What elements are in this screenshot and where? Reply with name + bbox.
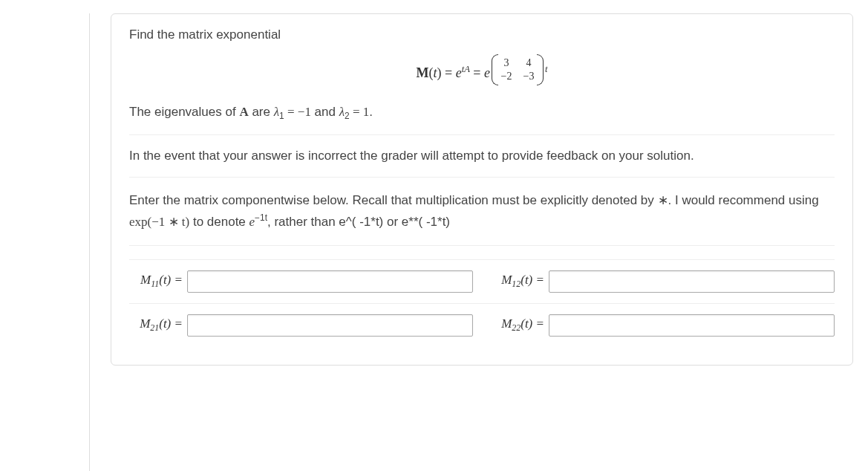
lambda2-sub: 2 <box>345 111 350 121</box>
lambda-1: λ <box>274 105 279 119</box>
A-symbol: A <box>239 105 248 119</box>
e-1: e <box>456 65 462 80</box>
lambda1-sub: 1 <box>279 111 284 121</box>
m12-input[interactable] <box>549 270 835 293</box>
instr-p2: to denote <box>189 214 249 228</box>
exp-expr: exp(−1 ∗ t) <box>129 214 189 228</box>
m11-M: M <box>140 273 151 287</box>
m21-input[interactable] <box>187 314 473 337</box>
m12-eq: = <box>532 273 544 287</box>
post-t: t <box>545 64 548 74</box>
m22-eq: = <box>532 316 544 331</box>
lambda-2: λ <box>339 105 345 119</box>
instr-p1: Enter the matrix componentwise below. Re… <box>129 193 819 207</box>
close-paren: ) <box>437 65 442 80</box>
m21-sub: 21 <box>150 322 159 333</box>
matrix-exponential-display: M(t) = etA = e 3 4 −2 −3 t <box>129 56 835 84</box>
problem-section: Find the matrix exponential M(t) = etA =… <box>129 27 835 135</box>
m11-pair: M11(t) = <box>129 270 473 293</box>
exp-sup: −1t <box>255 212 267 223</box>
m11-targ: (t) <box>159 273 171 287</box>
lambda1-eq: = −1 <box>284 105 311 119</box>
m11-label: M11(t) = <box>129 273 183 290</box>
m21-targ: (t) <box>159 316 171 331</box>
eigen-mid1: are <box>249 105 274 119</box>
instr-p3: , rather than e^( -1*t) or e**( -1*t) <box>267 214 450 228</box>
m12-M: M <box>501 273 512 287</box>
m21-M: M <box>140 316 150 331</box>
intro-text: Find the matrix exponential <box>129 27 835 42</box>
m22-M: M <box>501 316 512 331</box>
question-panel: Find the matrix exponential M(t) = etA =… <box>111 13 853 366</box>
eigen-prefix: The eigenvalues of <box>129 105 239 119</box>
feedback-section: In the event that your answer is incorre… <box>129 149 835 178</box>
m22-pair: M22(t) = <box>491 314 835 337</box>
m22-input[interactable] <box>549 314 835 337</box>
answer-row-2: M21(t) = M22(t) = <box>129 303 835 347</box>
tA-sup: tA <box>462 64 470 74</box>
instructions-section: Enter the matrix componentwise below. Re… <box>129 191 835 245</box>
m22-targ: (t) <box>521 316 532 331</box>
m12-sub: 12 <box>512 279 521 289</box>
and-text: and <box>311 105 339 119</box>
matrix-a12: 4 <box>523 57 535 69</box>
equals-1: = <box>445 65 452 80</box>
matrix-exponent: 3 4 −2 −3 t <box>490 64 548 74</box>
m12-pair: M12(t) = <box>491 270 835 293</box>
feedback-text: In the event that your answer is incorre… <box>129 149 835 163</box>
answer-row-1: M11(t) = M12(t) = <box>129 259 835 303</box>
instructions-text: Enter the matrix componentwise below. Re… <box>129 191 835 231</box>
e-instr: e <box>249 214 255 228</box>
matrix-grid: 3 4 −2 −3 <box>496 56 539 84</box>
period: . <box>369 105 373 119</box>
eigenvalues-line: The eigenvalues of A are λ1 = −1 and λ2 … <box>129 105 835 121</box>
m21-eq: = <box>171 316 183 331</box>
M-symbol: M <box>416 65 428 80</box>
m21-label: M21(t) = <box>129 316 183 334</box>
equals-2: = <box>473 65 480 80</box>
m11-sub: 11 <box>151 279 159 289</box>
e-2: e <box>484 65 490 80</box>
page-container: Find the matrix exponential M(t) = etA =… <box>89 13 868 471</box>
m12-label: M12(t) = <box>491 273 544 290</box>
matrix-a22: −3 <box>523 71 535 82</box>
matrix-a11: 3 <box>500 57 512 69</box>
m22-label: M22(t) = <box>491 316 544 334</box>
m22-sub: 22 <box>512 322 521 333</box>
m11-input[interactable] <box>187 270 473 293</box>
m12-targ: (t) <box>521 273 532 287</box>
matrix-a21: −2 <box>500 71 512 82</box>
answers-block: M11(t) = M12(t) = M21(t) = M22(t) = <box>129 259 835 347</box>
lambda2-eq: = 1 <box>350 105 370 119</box>
matrix-parens: 3 4 −2 −3 <box>492 56 544 84</box>
m11-eq: = <box>171 273 183 287</box>
m21-pair: M21(t) = <box>129 314 473 337</box>
